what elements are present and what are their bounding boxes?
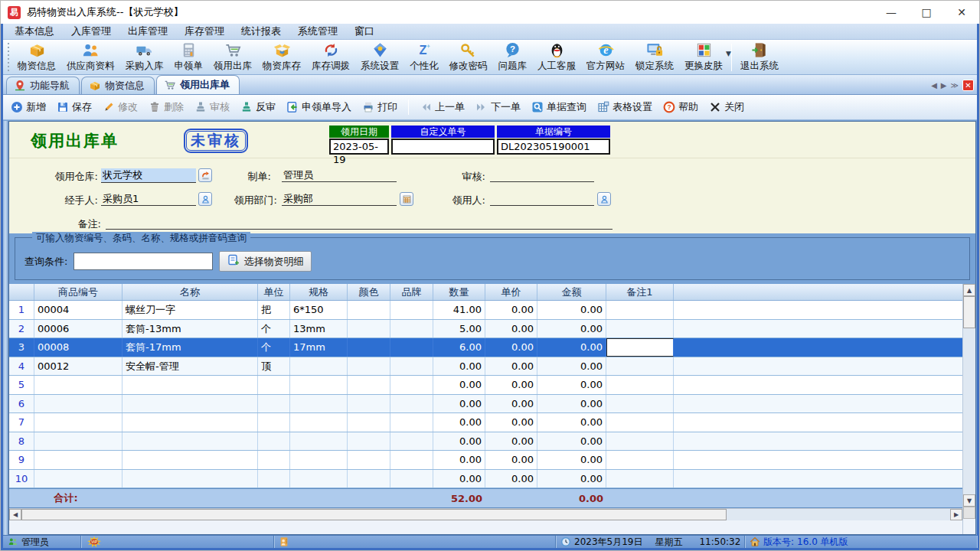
cell-qty[interactable]: 6.00: [433, 338, 485, 357]
col-header-spec[interactable]: 规格: [290, 284, 348, 300]
tab-scroll-right-icon[interactable]: ▶: [941, 81, 947, 90]
cell-amount[interactable]: 0.00: [537, 301, 606, 319]
unaudit-button[interactable]: 反审: [240, 100, 276, 114]
col-header-unit[interactable]: 单位: [258, 284, 290, 300]
edit-button[interactable]: 修改: [103, 100, 138, 114]
toolbar-exit-system-button[interactable]: 退出系统: [735, 41, 784, 73]
tab-close-button[interactable]: ✕: [962, 80, 974, 91]
cell-price[interactable]: 0.00: [485, 451, 537, 469]
issue-date-value[interactable]: 2023-05-19: [329, 139, 389, 155]
cell-code[interactable]: [34, 451, 122, 469]
cell-name[interactable]: [122, 395, 258, 413]
recipient-picker-button[interactable]: [597, 192, 611, 206]
cell-color[interactable]: [348, 470, 390, 488]
cell-brand[interactable]: [390, 470, 433, 488]
cell-amount[interactable]: 0.00: [537, 451, 606, 469]
toolbar-change-password-button[interactable]: 修改密码: [444, 41, 493, 73]
cell-remark[interactable]: [606, 413, 674, 432]
toolbar-official-website-button[interactable]: e官方网站: [581, 41, 630, 73]
import-requisition-button[interactable]: 申领单导入: [286, 100, 351, 114]
menu-item-2[interactable]: 出库管理: [119, 24, 176, 39]
toolbar-issue-out-button[interactable]: 领用出库: [208, 41, 257, 73]
dept-value[interactable]: 采购部: [282, 192, 397, 206]
cell-spec[interactable]: 13mm: [290, 320, 348, 338]
col-header-remark[interactable]: 备注1: [606, 284, 674, 300]
tab-issue-order[interactable]: 领用出库单: [156, 75, 240, 94]
next-order-button[interactable]: 下一单: [475, 100, 521, 114]
cell-unit[interactable]: [258, 413, 290, 432]
cell-price[interactable]: 0.00: [485, 413, 537, 432]
cell-qty[interactable]: 0.00: [433, 470, 485, 488]
grid-settings-button[interactable]: 表格设置: [597, 100, 652, 114]
add-button[interactable]: 新增: [11, 100, 46, 114]
horizontal-scrollbar[interactable]: ◀▶: [9, 508, 962, 520]
print-button[interactable]: 打印: [362, 100, 397, 114]
close-button[interactable]: 关闭: [709, 100, 744, 114]
hscroll-track[interactable]: [727, 509, 950, 520]
cell-spec[interactable]: [290, 470, 348, 488]
toolbar-personalize-button[interactable]: Z个性化: [404, 41, 444, 73]
cell-code[interactable]: 00006: [34, 320, 122, 338]
cell-brand[interactable]: [390, 376, 433, 394]
tab-materials-info[interactable]: 物资信息: [81, 77, 155, 94]
toolbar-grip[interactable]: [6, 43, 11, 72]
cell-remark[interactable]: [606, 470, 674, 488]
table-row[interactable]: 100004螺丝刀一字把6*15041.000.000.00: [9, 301, 962, 320]
cell-amount[interactable]: 0.00: [537, 432, 606, 451]
cell-name[interactable]: 安全帽-管理: [122, 357, 258, 376]
minimize-button[interactable]: —: [874, 1, 909, 24]
cell-name[interactable]: [122, 432, 258, 451]
cell-brand[interactable]: [390, 413, 433, 432]
cell-brand[interactable]: [390, 301, 433, 319]
cell-amount[interactable]: 0.00: [537, 470, 606, 488]
cell-code[interactable]: 00008: [34, 338, 122, 357]
cell-qty[interactable]: 0.00: [433, 432, 485, 451]
cell-name[interactable]: [122, 376, 258, 394]
toolbar-question-bank-button[interactable]: ?问题库: [493, 41, 533, 73]
cell-price[interactable]: 0.00: [485, 338, 537, 357]
recipient-value[interactable]: [490, 192, 594, 206]
cell-spec[interactable]: [290, 357, 348, 376]
table-row[interactable]: 80.000.000.00: [9, 432, 962, 452]
cell-remark[interactable]: [606, 338, 674, 357]
toolbar-materials-stock-button[interactable]: 物资库存: [257, 41, 306, 73]
menu-item-6[interactable]: 窗口: [346, 24, 383, 39]
maximize-button[interactable]: □: [909, 1, 944, 24]
table-row[interactable]: 200006套筒-13mm个13mm5.000.000.00: [9, 320, 962, 339]
cell-remark[interactable]: [606, 395, 674, 413]
menu-item-1[interactable]: 入库管理: [63, 24, 119, 39]
cell-remark[interactable]: [606, 451, 674, 469]
cell-unit[interactable]: 把: [258, 301, 290, 319]
cell-remark[interactable]: [606, 320, 674, 338]
table-row[interactable]: 90.000.000.00: [9, 451, 962, 470]
scroll-down-icon[interactable]: ▼: [963, 494, 975, 507]
cell-remark[interactable]: [606, 376, 674, 394]
scroll-left-icon[interactable]: ◀: [9, 509, 21, 520]
cell-color[interactable]: [348, 301, 390, 319]
cell-qty[interactable]: 5.00: [433, 320, 485, 338]
cell-qty[interactable]: 0.00: [433, 357, 485, 376]
cell-spec[interactable]: 6*150: [290, 301, 348, 319]
col-header-color[interactable]: 颜色: [348, 284, 390, 300]
table-row[interactable]: 50.000.000.00: [9, 376, 962, 395]
doc-no-value[interactable]: DL202305190001: [497, 139, 610, 155]
cell-amount[interactable]: 0.00: [537, 413, 606, 432]
cell-color[interactable]: [348, 395, 390, 413]
custom-no-value[interactable]: [391, 139, 495, 155]
cell-code[interactable]: [34, 432, 122, 451]
cell-amount[interactable]: 0.00: [537, 357, 606, 376]
cell-color[interactable]: [348, 413, 390, 432]
scroll-up-icon[interactable]: ▲: [963, 284, 975, 296]
toolbar-lock-system-button[interactable]: 锁定系统: [630, 41, 679, 73]
cell-color[interactable]: [348, 451, 390, 469]
cell-amount[interactable]: 0.00: [537, 395, 606, 413]
query-input[interactable]: [74, 253, 213, 270]
table-row[interactable]: 400012安全帽-管理顶0.000.000.00: [9, 357, 962, 377]
warehouse-picker-button[interactable]: [198, 168, 212, 182]
prev-order-button[interactable]: 上一单: [420, 100, 465, 114]
cell-spec[interactable]: [290, 395, 348, 413]
cell-price[interactable]: 0.00: [485, 320, 537, 338]
table-row[interactable]: 100.000.000.00: [9, 470, 962, 489]
remark-value[interactable]: [106, 216, 612, 230]
cell-color[interactable]: [348, 432, 390, 451]
